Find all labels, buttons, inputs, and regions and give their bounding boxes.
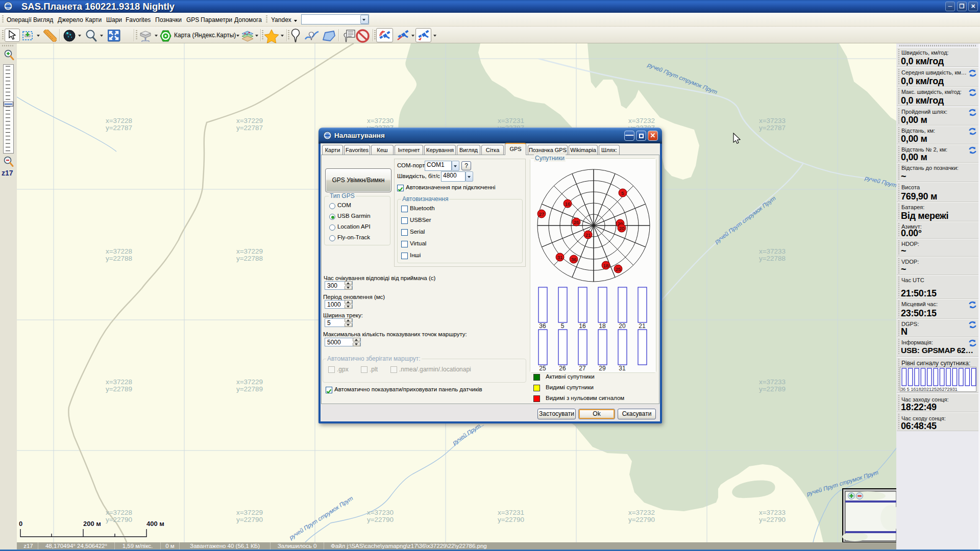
svg-text:29: 29 <box>599 365 606 372</box>
svg-text:y=22790: y=22790 <box>106 516 132 523</box>
svg-text:36: 36 <box>539 322 546 330</box>
svg-text:x=37229: x=37229 <box>236 378 263 386</box>
svg-text:x=37231: x=37231 <box>498 117 524 124</box>
svg-text:x=37230: x=37230 <box>367 117 394 124</box>
svg-text:x=37232: x=37232 <box>628 117 655 124</box>
svg-text:x=37228: x=37228 <box>106 509 132 516</box>
svg-text:y=22787: y=22787 <box>236 124 263 132</box>
svg-text:16: 16 <box>565 201 571 207</box>
svg-text:y=22789: y=22789 <box>759 385 786 393</box>
svg-text:x=37230: x=37230 <box>367 509 394 516</box>
svg-text:x=37233: x=37233 <box>759 509 786 516</box>
svg-text:21: 21 <box>585 232 591 238</box>
svg-text:x=37229: x=37229 <box>236 509 263 516</box>
svg-text:y=22790: y=22790 <box>367 516 394 523</box>
svg-text:x=37228: x=37228 <box>106 378 132 386</box>
svg-text:27: 27 <box>539 211 545 217</box>
svg-text:y=22788: y=22788 <box>106 255 132 262</box>
svg-text:y=22790: y=22790 <box>236 516 263 523</box>
svg-text:x=37229: x=37229 <box>236 117 263 124</box>
svg-text:27: 27 <box>579 365 586 372</box>
svg-text:200 м: 200 м <box>83 520 101 528</box>
svg-text:5: 5 <box>561 322 565 330</box>
svg-text:y=22790: y=22790 <box>628 516 655 523</box>
svg-text:x=37228: x=37228 <box>106 247 132 255</box>
svg-text:25: 25 <box>539 365 546 372</box>
svg-text:18: 18 <box>599 322 606 330</box>
svg-text:x=37232: x=37232 <box>628 509 655 516</box>
svg-text:y=22788: y=22788 <box>759 255 786 262</box>
svg-text:25: 25 <box>616 266 621 272</box>
svg-text:x=37233: x=37233 <box>759 378 786 386</box>
svg-text:400 м: 400 м <box>146 520 164 528</box>
svg-text:5: 5 <box>621 190 624 196</box>
svg-text:x=37233: x=37233 <box>759 247 786 255</box>
svg-text:y=22787: y=22787 <box>106 124 132 132</box>
svg-text:16: 16 <box>579 322 586 330</box>
svg-text:18: 18 <box>603 263 609 268</box>
svg-text:20: 20 <box>619 226 625 231</box>
svg-text:31: 31 <box>619 365 626 372</box>
svg-text:x=37231: x=37231 <box>498 509 524 516</box>
svg-text:y=22790: y=22790 <box>759 516 786 523</box>
svg-text:21: 21 <box>639 322 646 330</box>
svg-text:x=37233: x=37233 <box>759 117 786 124</box>
svg-text:0: 0 <box>19 520 22 528</box>
svg-text:26: 26 <box>559 365 566 372</box>
svg-text:x=37228: x=37228 <box>106 117 132 124</box>
svg-text:36: 36 <box>571 257 577 262</box>
svg-text:26: 26 <box>574 219 579 225</box>
svg-text:y=22789: y=22789 <box>236 385 263 393</box>
svg-text:20: 20 <box>619 322 626 330</box>
svg-text:y=22788: y=22788 <box>236 255 263 262</box>
svg-text:31: 31 <box>557 255 563 260</box>
svg-text:y=22789: y=22789 <box>106 385 132 393</box>
svg-text:y=22787: y=22787 <box>759 124 786 132</box>
svg-text:y=22790: y=22790 <box>498 516 524 523</box>
svg-text:x=37229: x=37229 <box>236 247 263 255</box>
